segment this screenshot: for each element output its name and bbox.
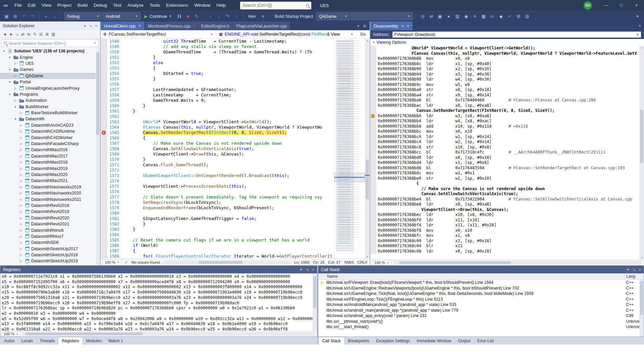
breakpoint-margin[interactable] — [101, 254, 107, 259]
tree-item-datasmithsketchup2018[interactable]: ▷DatasmithSketchUp2018 — [0, 252, 100, 258]
breakpoint-margin[interactable] — [370, 114, 376, 119]
tree-item-datasmithmax2017[interactable]: ▷DatasmithMax2017 — [0, 153, 100, 159]
breakpoint-margin[interactable] — [101, 114, 107, 119]
menu-tools[interactable]: Tools — [147, 0, 163, 11]
registers-horizontal-scrollbar[interactable] — [22, 332, 316, 336]
breakpoint-margin[interactable] — [101, 76, 107, 82]
close-icon[interactable]: × — [639, 268, 641, 272]
menu-project[interactable]: Project — [54, 0, 74, 11]
close-button[interactable]: × — [629, 0, 644, 11]
restart-icon[interactable]: ↻ — [193, 12, 201, 20]
navbar-member-dropdown[interactable]: ENGINE_API void SetRenderTargetRect(cons… — [216, 30, 356, 38]
panel-tab-immediate-window[interactable]: Immediate Window — [413, 337, 455, 345]
tree-item-datasmithrhino7[interactable]: ▷DatasmithRhino7 — [0, 233, 100, 239]
breakpoint-margin[interactable] — [370, 61, 376, 67]
minimize-button[interactable]: — — [599, 0, 614, 11]
hex-toggle[interactable]: Hex — [246, 14, 258, 19]
undo-icon[interactable]: ↶ — [20, 12, 28, 20]
breakpoint-margin[interactable] — [101, 87, 107, 92]
expander-icon[interactable]: ▷ — [19, 179, 23, 182]
breakpoint-margin[interactable] — [101, 92, 107, 98]
go-button[interactable]: Go — [356, 32, 370, 37]
disassembly-instruction-line[interactable]: 0x0000007176368be4 bl 0x7173422904 # FCa… — [370, 197, 639, 202]
health-check-icon[interactable]: ✓ — [125, 260, 128, 265]
document-tab-monitoredprocess-cpp[interactable]: MonitoredProcess.cpp▪ — [145, 21, 198, 30]
breakpoint-margin[interactable] — [370, 119, 376, 124]
home-icon[interactable]: ⌂ — [16, 32, 18, 37]
memory-window-icon[interactable]: ▤ — [453, 12, 461, 20]
tree-item-datasmithmax2020[interactable]: ▷DatasmithMax2020 — [0, 172, 100, 178]
break-all-icon[interactable] — [175, 12, 183, 20]
expander-icon[interactable]: ▷ — [19, 136, 23, 139]
disassembly-instruction-line[interactable]: 0x0000007176368bc4 ldr w2, [sp, #0x14] — [370, 139, 639, 145]
breakpoint-margin[interactable] — [101, 248, 107, 254]
save-icon[interactable]: ▣ — [3, 12, 10, 20]
breakpoint-margin[interactable] — [370, 249, 376, 254]
scrollbar-thumb[interactable] — [399, 261, 511, 264]
continue-button[interactable]: ▶ Continue ▼ — [142, 12, 174, 20]
user-avatar[interactable]: DV — [584, 1, 592, 10]
disassembly-instruction-line[interactable]: 0x0000007176368c04 blr x11 — [370, 244, 639, 249]
expander-icon[interactable]: ▷ — [19, 161, 23, 164]
expander-icon[interactable]: ▷ — [19, 222, 23, 226]
expander-icon[interactable]: ▾ — [8, 56, 12, 59]
callstack-frame[interactable]: libUnreal.so!android_main(android_app *)… — [318, 308, 644, 313]
document-tab-editorengine-h[interactable]: EditorEngine.h — [198, 21, 233, 30]
panel-tab-call-stack[interactable]: Call Stack — [319, 337, 344, 345]
feedback-icon[interactable]: ◍ — [523, 12, 531, 20]
build-startup-project-button[interactable]: Build Startup Project — [272, 14, 315, 19]
breakpoint-margin[interactable] — [101, 227, 107, 232]
close-tab-icon[interactable]: × — [139, 24, 141, 28]
disassembly-instruction-line[interactable]: 0x0000007176368bc0 ldr w1, [sp, #0x14] — [370, 134, 639, 140]
breakpoint-margin[interactable] — [370, 171, 376, 176]
step-over-icon[interactable]: ↷ — [224, 12, 231, 20]
menu-edit[interactable]: Edit — [25, 0, 39, 11]
tree-item-unrealenginelauncherproxy[interactable]: ▷UnrealEngineLauncherProxy — [0, 85, 100, 91]
tree-item-basetexturebuildworker[interactable]: ▷BaseTextureBuildWorker — [0, 110, 100, 116]
scrollbar-thumb[interactable] — [640, 281, 643, 315]
disassembly-instruction-line[interactable]: 0x0000007176368ba0 str x8, [sp, #0x18] — [370, 87, 639, 93]
scrollbar-thumb[interactable] — [366, 160, 369, 199]
disassembly-instruction-line[interactable]: 0x0000007176368bec ldr x10, [x8, #0x30] — [370, 212, 639, 218]
redo-icon[interactable]: ↷ — [29, 12, 37, 20]
disassembly-instruction-line[interactable]: 0x0000007176368be0 str w1, [sp, #0x10] — [370, 176, 639, 181]
breakpoint-margin[interactable] — [370, 124, 376, 129]
expander-icon[interactable]: ▾ — [13, 105, 17, 108]
tree-item-datasmithsdk[interactable]: ▷DatasmithSDK — [0, 239, 100, 246]
tree-item-datasmithcadworker[interactable]: ▷DatasmithCADWorker — [0, 134, 100, 140]
navbar-scope-dropdown[interactable]: FCanvas.SetRenderTargetRect ▼ — [101, 30, 216, 38]
breakpoint-margin[interactable] — [370, 67, 376, 72]
expander-icon[interactable]: ▾ — [2, 49, 6, 53]
forward-icon[interactable]: ► — [9, 32, 13, 37]
switch-views-icon[interactable]: ⇄ — [21, 32, 24, 37]
breakpoint-margin[interactable] — [370, 155, 376, 161]
navigate-forward-icon[interactable]: ⤷ — [51, 12, 59, 20]
solution-configuration-combo[interactable]: Debug▼ — [64, 12, 102, 20]
breakpoint-margin[interactable] — [101, 130, 107, 135]
callstack-frame[interactable]: libc.so!__start_thread()Unknown — [318, 324, 644, 330]
expander-icon[interactable]: ▷ — [19, 142, 23, 145]
breakpoint-margin[interactable] — [101, 55, 107, 60]
quick-search-box[interactable]: Search (Ctrl+Q) — [240, 2, 311, 9]
viewing-options-toggle[interactable]: ▾ Viewing Options — [370, 39, 644, 46]
tree-item-ue5[interactable]: ▷UE5 — [0, 60, 100, 67]
breakpoint-margin[interactable] — [370, 82, 376, 88]
tree-item-datasmith[interactable]: ▾Datasmith — [0, 116, 100, 122]
breakpoint-margin[interactable] — [370, 218, 376, 223]
tree-item-datasmithfacadecsharp[interactable]: ▷DatasmithFacadeCSharp — [0, 141, 100, 147]
collapse-all-icon[interactable]: ⊟ — [39, 32, 43, 37]
disassembly-instruction-line[interactable]: 0x0000007176368bc8 str x10, [sp, #0x8] — [370, 145, 639, 150]
editor-horizontal-scrollbar[interactable] — [163, 260, 291, 264]
expander-icon[interactable]: ▷ — [19, 130, 23, 133]
show-next-statement-icon[interactable]: → — [206, 12, 214, 20]
zoom-combo[interactable]: 100 %▼ — [2, 331, 20, 337]
editor-vertical-scrollbar[interactable]: ▲ ▼ — [365, 39, 370, 259]
document-tab-unrealclient-cpp[interactable]: UnrealClient.cpp× — [101, 21, 144, 30]
expander-icon[interactable]: ▷ — [13, 87, 17, 90]
step-out-icon[interactable]: ↑ — [232, 12, 240, 20]
breakpoint-margin[interactable] — [370, 98, 376, 103]
breakpoint-margin[interactable] — [370, 134, 376, 140]
expander-icon[interactable]: ▾ — [13, 117, 17, 121]
compare-files-icon[interactable]: ▣ — [436, 12, 444, 20]
disassembly-instruction-line[interactable]: 0x0000007176368bb4 ldr w4, [x8, #0xac] — [370, 119, 639, 124]
